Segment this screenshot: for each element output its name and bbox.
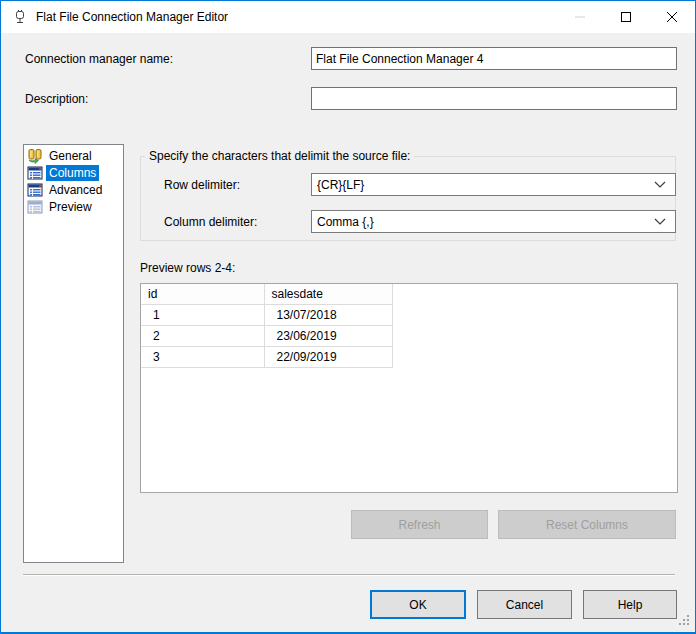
sidebar-item-label: Preview — [46, 199, 95, 215]
table-row: 2 23/06/2019 — [141, 325, 392, 346]
description-input[interactable] — [311, 87, 677, 110]
sidebar-item-columns[interactable]: Columns — [24, 164, 123, 181]
table-muted-icon — [27, 199, 43, 215]
connection-manager-icon — [12, 9, 28, 25]
column-delimiter-combobox[interactable]: Comma {,} — [311, 210, 676, 233]
column-delimiter-label: Column delimiter: — [164, 215, 257, 229]
row-delimiter-value: {CR}{LF} — [312, 178, 654, 192]
help-button[interactable]: Help — [583, 590, 677, 619]
refresh-button: Refresh — [351, 510, 488, 539]
row-delimiter-label: Row delimiter: — [164, 178, 240, 192]
preview-rows-label: Preview rows 2-4: — [140, 261, 235, 275]
connection-manager-name-label: Connection manager name: — [25, 52, 173, 66]
table-icon — [27, 165, 43, 181]
preview-grid-panel[interactable]: id salesdate 1 13/07/2018 2 23/06/2019 3… — [140, 283, 678, 493]
chevron-down-icon — [654, 181, 666, 188]
table-row: 1 13/07/2018 — [141, 304, 392, 325]
ok-button[interactable]: OK — [370, 590, 466, 619]
table-header-row: id salesdate — [141, 284, 392, 304]
sidebar-item-advanced[interactable]: Advanced — [24, 181, 123, 198]
minimize-button[interactable] — [557, 1, 603, 32]
connection-manager-name-input[interactable] — [311, 47, 677, 70]
pages-list: General Columns — [23, 144, 124, 563]
column-header-id[interactable]: id — [141, 284, 264, 304]
reset-columns-button: Reset Columns — [498, 510, 676, 539]
sidebar-item-general[interactable]: General — [24, 147, 123, 164]
preview-table: id salesdate 1 13/07/2018 2 23/06/2019 3… — [141, 284, 393, 368]
title-bar[interactable]: Flat File Connection Manager Editor — [1, 1, 695, 33]
cell-id: 3 — [141, 346, 264, 367]
resize-grip[interactable] — [677, 613, 690, 629]
footer-separator — [23, 574, 675, 576]
sidebar-item-label: General — [46, 148, 95, 164]
groupbox-title: Specify the characters that delimit the … — [145, 149, 414, 163]
window-title: Flat File Connection Manager Editor — [36, 10, 228, 24]
cell-id: 1 — [141, 304, 264, 325]
close-button[interactable] — [649, 1, 695, 32]
cell-id: 2 — [141, 325, 264, 346]
cell-salesdate: 13/07/2018 — [264, 304, 392, 325]
cancel-button[interactable]: Cancel — [477, 590, 572, 619]
description-label: Description: — [25, 92, 88, 106]
sidebar-item-label: Columns — [46, 165, 99, 181]
cell-salesdate: 23/06/2019 — [264, 325, 392, 346]
flat-file-connection-manager-editor-dialog: Flat File Connection Manager Editor Conn… — [0, 0, 696, 634]
row-delimiter-combobox[interactable]: {CR}{LF} — [311, 173, 676, 196]
table-row: 3 22/09/2019 — [141, 346, 392, 367]
column-header-salesdate[interactable]: salesdate — [264, 284, 392, 304]
sidebar-item-label: Advanced — [46, 182, 105, 198]
chevron-down-icon — [654, 218, 666, 225]
table-icon — [27, 182, 43, 198]
column-delimiter-value: Comma {,} — [312, 215, 654, 229]
maximize-button[interactable] — [603, 1, 649, 32]
sidebar-item-preview[interactable]: Preview — [24, 198, 123, 215]
connection-icon — [27, 148, 43, 164]
cell-salesdate: 22/09/2019 — [264, 346, 392, 367]
